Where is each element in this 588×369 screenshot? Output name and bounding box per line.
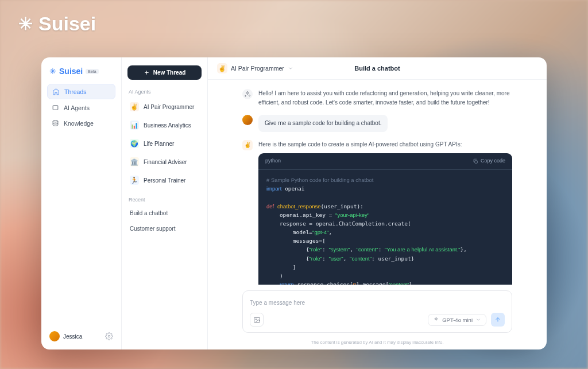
recent-thread-chatbot[interactable]: Build a chatbot (127, 207, 202, 219)
svg-rect-3 (475, 161, 478, 164)
threads-panel: New Thread AI Agents ✌️AI Pair Programme… (122, 57, 208, 349)
sparkle-icon (433, 317, 439, 323)
new-thread-button[interactable]: New Thread (127, 65, 202, 80)
runner-icon: 🏃 (130, 176, 139, 185)
user-avatar-icon (242, 115, 253, 125)
message-input[interactable] (250, 300, 505, 306)
svg-rect-4 (254, 317, 260, 323)
sparkle-icon (242, 89, 253, 99)
globe-icon: 🌍 (130, 139, 139, 148)
message-text: Here is the sample code to create a simp… (258, 140, 512, 149)
header-agent-selector[interactable]: ✌️ AI Pair Programmer (217, 63, 293, 73)
svg-point-2 (108, 335, 110, 337)
message-agent: ✌️ Here is the sample code to create a s… (242, 140, 512, 285)
agent-label: Financial Adviser (144, 159, 187, 165)
message-text: Give me a sample code for building a cha… (258, 115, 388, 132)
attach-image-button[interactable] (250, 313, 264, 327)
nav-ai-agents[interactable]: AI Agents (47, 100, 115, 115)
user-profile[interactable]: Jessica (49, 331, 82, 341)
user-name: Jessica (63, 333, 82, 340)
code-content[interactable]: # Sample Python code for building a chat… (258, 170, 512, 285)
chevron-down-icon (288, 65, 293, 71)
agents-section-label: AI Agents (127, 89, 202, 95)
nav-knowledge[interactable]: Knowledge (47, 116, 115, 130)
database-icon (52, 119, 59, 127)
bank-icon: 🏛️ (130, 157, 139, 166)
agent-icon (52, 104, 59, 111)
code-block: python Copy code # Sample Python code fo… (258, 153, 512, 285)
svg-point-5 (256, 318, 257, 320)
image-icon (253, 316, 261, 324)
app-logo: ✳ Suisei Beta (47, 65, 115, 84)
message-input-box[interactable]: GPT-4o mini (242, 290, 512, 333)
header-agent-name: AI Pair Programmer (231, 65, 284, 72)
logo-star-icon: ✳ (49, 67, 56, 76)
nav-threads[interactable]: Threads (47, 84, 115, 99)
agent-label: Business Analytics (144, 122, 191, 129)
arrow-up-icon (494, 316, 501, 323)
plus-icon (144, 69, 150, 76)
copy-label: Copy code (481, 157, 505, 165)
chevron-down-icon (475, 317, 481, 323)
brand-overlay: ✳ Suisei (18, 13, 96, 35)
app-name: Suisei (59, 67, 83, 76)
agent-label: Life Planner (144, 141, 174, 147)
chart-icon: 📊 (130, 121, 139, 130)
nav-label: Threads (64, 88, 87, 95)
svg-rect-0 (53, 106, 58, 110)
chat-scroll[interactable]: Hello! I am here to assist you with code… (208, 80, 547, 285)
agent-label: AI Pair Programmer (144, 104, 194, 110)
ai-disclaimer: The content is generated by AI and it ma… (208, 337, 547, 349)
chat-header: ✌️ AI Pair Programmer Build a chatbot (208, 57, 547, 80)
code-language: python (265, 157, 281, 165)
composer: GPT-4o mini (208, 285, 547, 337)
model-selector[interactable]: GPT-4o mini (428, 314, 486, 326)
nav-label: AI Agents (64, 104, 90, 111)
agent-personal-trainer[interactable]: 🏃Personal Trainer (127, 173, 202, 188)
sidebar: ✳ Suisei Beta Threads AI Agents Knowledg… (41, 57, 122, 349)
beta-badge: Beta (86, 69, 98, 74)
copy-code-button[interactable]: Copy code (473, 157, 505, 165)
agent-life-planner[interactable]: 🌍Life Planner (127, 136, 202, 151)
app-window: ✳ Suisei Beta Threads AI Agents Knowledg… (41, 57, 547, 349)
svg-point-1 (53, 121, 58, 122)
message-user: Give me a sample code for building a cha… (242, 115, 512, 132)
agent-emoji-icon: ✌️ (217, 63, 227, 73)
settings-icon[interactable] (105, 332, 113, 340)
agent-ai-pair-programmer[interactable]: ✌️AI Pair Programmer (127, 99, 202, 114)
home-icon (52, 88, 60, 95)
recent-section-label: Recent (127, 197, 202, 203)
thread-title: Build a chatbot (354, 65, 400, 72)
agent-business-analytics[interactable]: 📊Business Analytics (127, 118, 202, 133)
recent-thread-support[interactable]: Customer support (127, 223, 202, 235)
agent-emoji-icon: ✌️ (130, 102, 139, 111)
nav-label: Knowledge (64, 120, 94, 127)
new-thread-label: New Thread (153, 69, 186, 76)
send-button[interactable] (491, 313, 505, 327)
message-text: Hello! I am here to assist you with code… (258, 89, 512, 107)
message-ai-intro: Hello! I am here to assist you with code… (242, 89, 512, 107)
agent-label: Personal Trainer (144, 177, 185, 184)
brand-name: Suisei (38, 13, 96, 35)
model-name: GPT-4o mini (442, 317, 473, 323)
main-area: ✌️ AI Pair Programmer Build a chatbot He… (208, 57, 547, 349)
user-avatar (49, 331, 60, 341)
brand-star-icon: ✳ (18, 14, 33, 34)
agent-emoji-icon: ✌️ (242, 140, 253, 150)
agent-financial-adviser[interactable]: 🏛️Financial Adviser (127, 154, 202, 169)
copy-icon (473, 158, 478, 164)
